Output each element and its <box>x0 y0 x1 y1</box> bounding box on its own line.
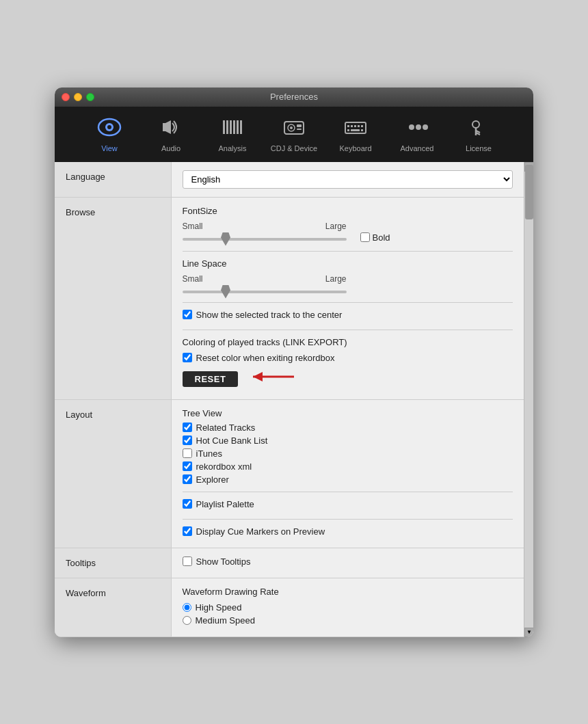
tree-view-title: Tree View <box>183 408 513 418</box>
svg-rect-17 <box>347 125 349 127</box>
layout-row: Layout Tree View Related Tracks Hot Cue … <box>55 399 524 548</box>
toolbar-label-audio: Audio <box>161 144 181 152</box>
show-tooltips-row: Show Tooltips <box>183 557 513 567</box>
svg-point-25 <box>409 124 414 130</box>
display-cue-markers-row: Display Cue Markers on Preview <box>183 526 513 537</box>
playlist-palette-label: Playlist Palette <box>196 499 254 509</box>
scrollbar-thumb[interactable] <box>525 165 533 219</box>
language-content: English <box>171 162 524 198</box>
language-row: Language English <box>55 162 524 198</box>
medium-speed-radio[interactable] <box>183 616 191 625</box>
window-title: Preferences <box>270 92 318 102</box>
toolbar-label-analysis: Analysis <box>219 144 247 152</box>
tooltips-label: Tooltips <box>55 548 171 578</box>
svg-rect-14 <box>297 124 302 127</box>
svg-rect-20 <box>358 125 360 127</box>
show-selected-label: Show the selected track to the center <box>196 310 343 320</box>
toolbar-label-license: License <box>466 144 492 152</box>
tree-item-rekordbox-xml: rekordbox xml <box>183 461 513 472</box>
titlebar: Preferences <box>55 88 533 107</box>
keyboard-icon <box>343 118 368 142</box>
toolbar-item-keyboard[interactable]: Keyboard <box>325 113 386 157</box>
itunes-label: iTunes <box>196 448 223 459</box>
tooltips-row: Tooltips Show Tooltips <box>55 548 524 578</box>
toolbar-label-advanced: Advanced <box>401 144 434 152</box>
svg-marker-30 <box>253 372 263 381</box>
playlist-palette-row: Playlist Palette <box>183 499 513 509</box>
display-cue-markers-checkbox[interactable] <box>183 526 192 536</box>
high-speed-label: High Speed <box>196 602 242 613</box>
preferences-window: Preferences View <box>55 88 533 637</box>
minimize-button[interactable] <box>74 93 82 101</box>
itunes-checkbox[interactable] <box>183 448 192 458</box>
tree-item-itunes: iTunes <box>183 448 513 459</box>
language-select[interactable]: English <box>183 170 513 189</box>
toolbar-item-analysis[interactable]: Analysis <box>202 113 263 157</box>
svg-rect-11 <box>284 122 304 134</box>
main-content: Language English Browse FontSize Smal <box>55 162 524 637</box>
svg-rect-21 <box>361 125 363 127</box>
svg-rect-4 <box>163 123 165 131</box>
toolbar-label-keyboard: Keyboard <box>339 144 371 152</box>
tooltips-content: Show Tooltips <box>171 548 524 578</box>
related-tracks-label: Related Tracks <box>196 423 256 433</box>
browse-label: Browse <box>55 197 171 399</box>
reset-color-checkbox[interactable] <box>183 353 192 362</box>
bold-checkbox[interactable] <box>360 232 370 242</box>
svg-marker-3 <box>165 120 171 134</box>
view-icon <box>97 118 122 142</box>
scrollbar-down-arrow[interactable]: ▼ <box>524 628 533 637</box>
hot-cue-checkbox[interactable] <box>183 435 192 445</box>
svg-rect-18 <box>351 125 353 127</box>
svg-point-27 <box>423 124 428 130</box>
show-selected-row: Show the selected track to the center <box>183 310 513 320</box>
scrollbar-track: ▲ ▼ <box>524 162 533 637</box>
toolbar-item-license[interactable]: License <box>448 113 509 157</box>
medium-speed-row: Medium Speed <box>183 615 513 626</box>
toolbar-item-advanced[interactable]: Advanced <box>386 113 448 157</box>
svg-rect-19 <box>354 125 356 127</box>
rekordbox-xml-checkbox[interactable] <box>183 461 192 471</box>
language-label: Language <box>55 162 171 198</box>
svg-point-13 <box>290 126 293 129</box>
related-tracks-checkbox[interactable] <box>183 423 192 432</box>
waveform-drawing-rate-title: Waveform Drawing Rate <box>183 587 513 597</box>
linespace-large-label: Large <box>325 274 347 284</box>
toolbar-item-cdj[interactable]: CDJ & Device <box>263 113 325 157</box>
show-selected-checkbox[interactable] <box>183 310 192 319</box>
reset-button[interactable]: RESET <box>183 371 239 387</box>
reset-arrow-annotation <box>246 367 301 386</box>
toolbar-item-audio[interactable]: Audio <box>140 113 202 157</box>
svg-rect-22 <box>347 129 349 131</box>
high-speed-radio[interactable] <box>183 603 191 612</box>
fontsize-slider-labels: Small Large <box>183 222 347 231</box>
show-tooltips-checkbox[interactable] <box>183 557 192 566</box>
layout-label: Layout <box>55 399 171 548</box>
toolbar-item-view[interactable]: View <box>79 113 140 157</box>
browse-content: FontSize Small Large Bold <box>171 197 524 399</box>
tree-item-related-tracks: Related Tracks <box>183 423 513 433</box>
svg-rect-23 <box>351 129 360 131</box>
svg-rect-8 <box>233 120 235 134</box>
fullscreen-button[interactable] <box>86 93 94 101</box>
traffic-lights <box>62 93 94 101</box>
content-scroll-area: Language English Browse FontSize Smal <box>55 162 533 637</box>
audio-icon <box>159 118 183 142</box>
explorer-checkbox[interactable] <box>183 474 192 484</box>
toolbar-label-cdj: CDJ & Device <box>271 144 317 152</box>
linespace-title: Line Space <box>183 258 513 269</box>
bold-label: Bold <box>373 232 390 243</box>
display-cue-markers-label: Display Cue Markers on Preview <box>196 526 325 537</box>
analysis-icon <box>220 118 245 142</box>
svg-point-28 <box>472 121 479 128</box>
high-speed-row: High Speed <box>183 602 513 613</box>
svg-point-2 <box>107 125 111 129</box>
svg-rect-5 <box>223 120 225 134</box>
tree-item-hot-cue: Hot Cue Bank List <box>183 435 513 446</box>
linespace-slider[interactable] <box>183 291 347 293</box>
rekordbox-xml-label: rekordbox xml <box>196 461 252 472</box>
fontsize-slider[interactable] <box>183 238 347 241</box>
close-button[interactable] <box>62 93 70 101</box>
layout-content: Tree View Related Tracks Hot Cue Bank Li… <box>171 399 524 548</box>
playlist-palette-checkbox[interactable] <box>183 499 192 509</box>
